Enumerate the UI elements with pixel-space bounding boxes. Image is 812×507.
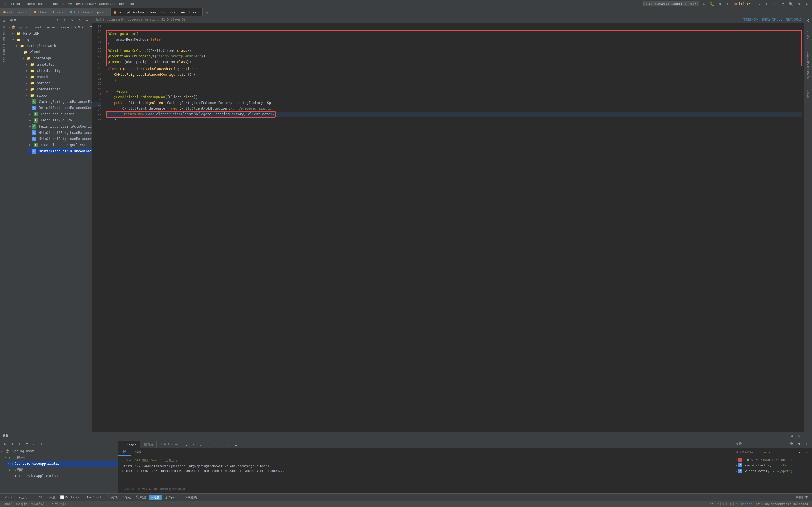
toolbar-git[interactable]: ⎇ Git xyxy=(2,495,16,500)
debug-toolbar-btn1[interactable]: ≡ xyxy=(184,442,190,448)
toolbar-problems[interactable]: ⚠ 问题 xyxy=(45,495,57,500)
run-config-selector[interactable]: ▶ CourseServiceApplication ▾ xyxy=(644,1,699,6)
chatgpt-btn[interactable]: C xyxy=(805,17,811,24)
not-started-group[interactable]: ▶ ◉ 未启动 xyxy=(3,467,118,473)
course-service-app[interactable]: ▶ ▶ CourseServiceApplication xyxy=(7,460,118,467)
settings-button[interactable]: ⚙ xyxy=(796,1,802,7)
tab-dropdown[interactable]: ▾ xyxy=(204,10,210,16)
tab-console[interactable]: 控制台 xyxy=(140,441,157,448)
tree-org[interactable]: ▼ 📁 org xyxy=(11,37,92,43)
tree-jar-root[interactable]: ▼ 📦 spring-cloud-openfeign-core-2.2.9.RE… xyxy=(8,24,92,31)
reader-mode-btn[interactable]: 阅读器模式 xyxy=(786,17,801,22)
color-picker[interactable]: ◉ xyxy=(804,1,810,7)
update-button[interactable]: ↻ xyxy=(764,1,770,7)
bottom-panel-minimize[interactable]: — xyxy=(804,433,810,439)
running-group[interactable]: ▼ ● 正在运行 xyxy=(3,454,118,460)
eval-settings2[interactable]: ⚙ xyxy=(804,449,810,455)
toolbar-endpoints[interactable]: ⚡ 端点 xyxy=(120,495,133,500)
left-bar-label-bookmarks[interactable]: Bookmarks xyxy=(2,24,6,42)
toolbar-profiler[interactable]: 📊 Profiler xyxy=(58,495,82,500)
maven-label[interactable]: Maven xyxy=(806,87,810,100)
tree-okhttp-lb-config[interactable]: C OkHttpFeignLoadBalancedConfiguration xyxy=(28,148,92,154)
toolbar-deps[interactable]: ⊞ 依赖项 xyxy=(183,495,199,500)
tree-clientconfig[interactable]: ▶ 📁 clientconfig xyxy=(25,68,92,74)
debug-toolbar-btn5[interactable]: ↑ xyxy=(212,442,218,448)
run-button[interactable]: ▶ xyxy=(701,1,707,7)
tab-ent-class[interactable]: ent.class ✕ xyxy=(0,8,31,16)
bottom-panel-icon1[interactable]: ⊕ xyxy=(789,433,795,439)
debug-toolbar-btn8[interactable]: ≡ xyxy=(233,442,239,448)
stack-frame-2[interactable]: feignClient:46, OkHttpFeignLoadBalancedC… xyxy=(119,468,732,473)
collapse-btn[interactable]: ⇤ xyxy=(31,441,37,447)
sidebar-icon1[interactable]: ⊕ xyxy=(54,17,61,23)
debug-toolbar-btn7[interactable]: ⊟ xyxy=(226,442,232,448)
breadcrumb-cloud[interactable]: cloud xyxy=(10,1,21,6)
stop-all-btn[interactable]: ⇅ xyxy=(9,441,15,447)
filter-btn[interactable]: ▼ xyxy=(24,441,30,447)
tab-feign-config[interactable]: FeignConfig.java ✕ xyxy=(67,8,110,16)
var-client-factory[interactable]: ▶ P clientFactory = ={SpringCl xyxy=(733,468,812,474)
filter-vars-btn2[interactable]: ▼ xyxy=(796,441,802,447)
check-button[interactable]: ✓ xyxy=(748,1,755,7)
toolbar-todo[interactable]: ≡ TODO xyxy=(31,495,44,500)
tab-more[interactable]: ⋯ xyxy=(210,10,216,16)
tab-debugger[interactable]: Debugger xyxy=(118,441,140,448)
var-this[interactable]: ▶ T this = ={OkHttpFeignLoad xyxy=(733,457,812,462)
search-button[interactable]: 🔍 xyxy=(788,1,794,7)
revert-button[interactable]: ⟲ xyxy=(772,1,778,7)
left-bar-btn1[interactable]: ⊞ xyxy=(1,17,7,24)
toolbar-run[interactable]: ▶ 运行 xyxy=(17,495,29,500)
toolbar-spring[interactable]: 🍃 Spring xyxy=(163,495,182,500)
sidebar-minimize[interactable]: — xyxy=(84,17,90,23)
tree-ribbon[interactable]: ▼ 📁 ribbon xyxy=(25,93,92,99)
spring-boot-item[interactable]: ▼ 🍃 Spring Boot xyxy=(0,448,118,454)
tab-close[interactable]: ✕ xyxy=(26,11,27,14)
tree-http-lb-config[interactable]: C HttpClientFeignLoadBalancedConfigurati… xyxy=(28,136,92,142)
bottom-panel-settings[interactable]: ⚙ xyxy=(796,433,802,439)
debug-toolbar-btn3[interactable]: ↓ xyxy=(198,442,204,448)
breadcrumb-openfeign[interactable]: openfeign xyxy=(25,1,44,6)
tree-feign-lb[interactable]: ▶ C FeignLoadBalancer xyxy=(28,111,92,117)
debug-button[interactable]: 🐛 xyxy=(709,1,715,7)
var-caching-factory[interactable]: ▶ P cachingFactory = ={Cachir xyxy=(733,462,812,468)
toolbar-build[interactable]: 🔨 构建 xyxy=(134,495,148,500)
select-source-btn[interactable]: 选择源(S)... xyxy=(762,17,782,22)
tab-close[interactable]: ✕ xyxy=(197,11,199,14)
git-button[interactable]: Git(G): xyxy=(741,1,747,7)
mybatis-label[interactable]: MybatisLogFormat xyxy=(806,50,810,81)
download-source-btn[interactable]: 下载源代码 xyxy=(743,17,758,22)
push-button[interactable]: ↗ xyxy=(756,1,762,7)
translate-button[interactable]: 文 xyxy=(780,1,786,7)
tree-meta-inf[interactable]: ▶ 📁 META-INF xyxy=(11,31,92,37)
sidebar-icon3[interactable]: ⇆ xyxy=(69,17,75,23)
add-service-btn[interactable]: + xyxy=(38,441,45,447)
toolbar-services[interactable]: ⚙ 服务 xyxy=(149,495,161,500)
tree-annotation[interactable]: ▶ 📁 annotation xyxy=(25,61,92,68)
tree-encoding[interactable]: ▶ 📁 encoding xyxy=(25,74,92,80)
tab-okhttp-config[interactable]: OkHttpFeignLoadBalancedConfiguration.cla… xyxy=(110,8,203,16)
stack-frame-1[interactable]: <init>:50, LoadBalancerFeignClient (org.… xyxy=(119,464,732,468)
tab-actuator[interactable]: ⚡ Actuator xyxy=(157,441,183,448)
event-log-btn[interactable]: 事件日志 xyxy=(794,495,810,500)
toolbar-terminal[interactable]: ⬛ 终端 xyxy=(105,495,119,500)
tab-close[interactable]: ✕ xyxy=(61,11,63,14)
add-var-btn[interactable]: + xyxy=(804,441,810,447)
tree-springframework[interactable]: ▼ 📁 springframework xyxy=(15,43,92,49)
coverage-button[interactable]: ⊕ xyxy=(717,1,723,7)
chatgpt-label[interactable]: ChatGPT xyxy=(806,27,810,43)
sidebar-icon2[interactable]: ⇅ xyxy=(62,17,68,23)
breadcrumb-class[interactable]: OkHttpFeignLoadBalancedConfiguration xyxy=(66,1,135,6)
tree-feign-retry[interactable]: ▶ C FeignRetryPolicy xyxy=(28,117,92,123)
eval-settings[interactable]: ▼ xyxy=(796,449,802,455)
reload-btn[interactable]: ↻ xyxy=(2,441,8,447)
code-editor[interactable]: @Configuration( proxyBeanMethods = false… xyxy=(104,23,804,432)
breadcrumb-ribbon[interactable]: ribbon xyxy=(48,1,62,6)
tree-loadbalancer[interactable]: ▶ 📁 loadbalancer xyxy=(25,86,92,93)
toolbar-luacheck[interactable]: ✓ LuaCheck xyxy=(83,495,104,500)
sidebar-settings[interactable]: ⚙ xyxy=(77,17,83,23)
debug-toolbar-btn2[interactable]: ↑ xyxy=(191,442,197,448)
group-btn[interactable]: ⊞ xyxy=(16,441,22,447)
thread-tab[interactable]: 线程 xyxy=(131,448,146,456)
filter-vars-btn[interactable]: 🔍 xyxy=(789,441,795,447)
tree-openfeign[interactable]: ▼ 📁 openfeign xyxy=(21,55,92,61)
